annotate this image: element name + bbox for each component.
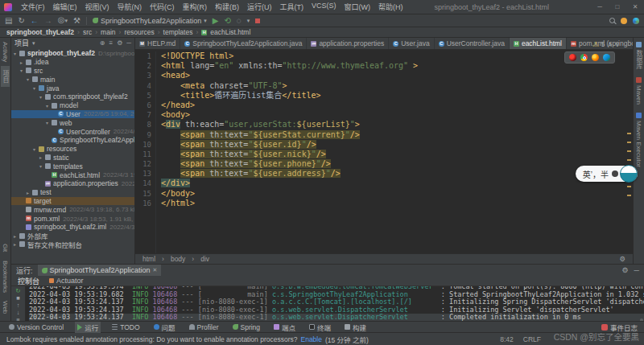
tree-arrow-icon[interactable]: ▾: [39, 94, 45, 100]
soft-wrap-icon[interactable]: ≡: [16, 316, 19, 321]
tree-item-main[interactable]: ▾main: [11, 75, 134, 84]
tree-item-application.properties[interactable]: ≔application.properties2022/4...: [11, 179, 134, 188]
tree-arrow-icon[interactable]: ▾: [27, 76, 32, 82]
tree-item-model[interactable]: ▾model: [11, 101, 134, 110]
tree-arrow-icon[interactable]: ▸: [39, 154, 45, 160]
tree-item-外部库[interactable]: ▸外部库: [11, 232, 134, 240]
tab-eachList.html[interactable]: HeachList.html: [510, 38, 567, 49]
tab-console[interactable]: 控制台: [18, 276, 39, 286]
stripe-item-Activity[interactable]: Activity: [2, 38, 9, 66]
tree-arrow-icon[interactable]: ▸: [14, 233, 19, 239]
wrench-icon[interactable]: ⚒: [73, 17, 80, 25]
breadcrumb-item-0[interactable]: springboot_thyLeaf2: [6, 28, 74, 36]
toolwindow-problems[interactable]: 问题: [151, 322, 178, 333]
tree-arrow-icon[interactable]: ▸: [20, 60, 26, 65]
toolwindow-build[interactable]: 构建: [342, 322, 369, 333]
toolwindow-terminal[interactable]: 终端: [307, 322, 333, 333]
tab-SpringbootThyLeaf2Application.java[interactable]: CSpringbootThyLeaf2Application.java: [180, 38, 307, 49]
tree-arrow-icon[interactable]: ▾: [39, 163, 45, 169]
stripe-item-Web[interactable]: Web: [2, 297, 9, 318]
editor-crumb-html[interactable]: html: [142, 255, 155, 263]
stop-icon[interactable]: ■: [16, 294, 20, 302]
stop-button[interactable]: [255, 18, 260, 23]
menu-item-11[interactable]: 帮助(H): [374, 2, 407, 12]
toolwindow-play[interactable]: 运行: [75, 322, 101, 333]
toolwindow-spring[interactable]: Spring: [230, 322, 263, 333]
tree-item-web[interactable]: ▾web: [11, 118, 134, 127]
caret-position[interactable]: 8:42: [500, 335, 514, 343]
ide-update-notification-icon[interactable]: [621, 18, 627, 24]
tree-arrow-icon[interactable]: ▾: [33, 85, 39, 91]
menu-item-1[interactable]: 编辑(E): [49, 2, 81, 12]
toolwindow-endpoints[interactable]: 端点: [271, 322, 298, 333]
settings-icon[interactable]: ⚙: [622, 266, 629, 274]
stripe-item-Bookmarks[interactable]: Bookmarks: [2, 257, 9, 297]
sogou-input-icon[interactable]: [620, 165, 638, 183]
code-content[interactable]: <!DOCTYPE html><html lang="en" xmlns:th=…: [156, 51, 633, 253]
run-tab[interactable]: SpringbootThyLeaf2Application ✕: [38, 265, 162, 276]
tree-arrow-icon[interactable]: ▸: [14, 241, 19, 247]
console-scrollbar[interactable]: [640, 318, 643, 321]
locate-file-icon[interactable]: ⊕: [100, 39, 105, 47]
run-options-chevron-icon[interactable]: ▾: [247, 18, 250, 24]
tree-item-eachList.html[interactable]: HeachList.html2022/4/3 19:5...: [11, 170, 134, 179]
code-with-me-icon[interactable]: [633, 18, 639, 24]
tree-arrow-icon[interactable]: ▾: [46, 120, 52, 125]
tree-item-SpringbootThyLeaf2Applic[interactable]: CSpringbootThyLeaf2Applic: [11, 136, 134, 145]
search-everywhere-icon[interactable]: [609, 18, 615, 23]
hide-panel-icon[interactable]: ─: [634, 266, 639, 274]
settings-icon[interactable]: ⚙: [619, 255, 625, 263]
settings-icon[interactable]: ⚙: [117, 39, 122, 47]
tree-arrow-icon[interactable]: ▾: [14, 51, 19, 56]
rerun-icon[interactable]: ↻: [15, 287, 20, 294]
tab-actuator[interactable]: Actuator: [49, 277, 84, 285]
forward-icon[interactable]: →: [44, 17, 52, 25]
tree-item-test[interactable]: ▸test: [11, 188, 134, 197]
tree-arrow-icon[interactable]: ▾: [20, 68, 26, 73]
tab-HELP.md[interactable]: MHELP.md: [135, 38, 180, 49]
editor-crumb-body[interactable]: body: [171, 255, 185, 263]
hide-panel-icon[interactable]: ─: [126, 39, 131, 47]
down-icon[interactable]: ↓: [17, 309, 20, 316]
tab-UserController.java[interactable]: CUserController.java: [435, 38, 510, 49]
tree-item-static[interactable]: ▸static: [11, 154, 134, 162]
tree-item-java[interactable]: ▾java: [11, 84, 134, 92]
menu-item-9[interactable]: VCS(S): [308, 2, 341, 12]
tree-item-springboot_thyLeaf2.iml[interactable]: springboot_thyLeaf2.iml2022/4/3 19:04: [11, 223, 134, 232]
breadcrumb-item-5[interactable]: eachList.html: [210, 28, 250, 36]
stripe-item-项目[interactable]: 项目: [1, 66, 10, 87]
prev-warning-icon[interactable]: ∧: [608, 40, 613, 48]
tab-application.properties[interactable]: ≔application.properties: [307, 38, 389, 49]
menu-item-0[interactable]: 文件(F): [17, 2, 49, 12]
opera-browser-icon[interactable]: [569, 54, 576, 61]
menu-item-2[interactable]: 视图(V): [81, 2, 114, 12]
stripe-item-database[interactable]: 数据库: [634, 38, 643, 73]
tree-arrow-icon[interactable]: ▾: [46, 103, 52, 109]
toolwindow-todo[interactable]: TODO: [109, 322, 142, 333]
editor-crumb-div[interactable]: div: [200, 255, 209, 263]
expand-all-icon[interactable]: ≡: [109, 39, 113, 47]
toolwindow-profiler[interactable]: Profiler: [187, 322, 221, 333]
enable-link[interactable]: Enable: [301, 335, 322, 343]
breadcrumb-item-2[interactable]: main: [101, 28, 115, 36]
back-icon[interactable]: ←: [31, 17, 39, 25]
stripe-item-Git[interactable]: Git: [2, 240, 9, 256]
code-area[interactable]: 12345678910111213141516 <!DOCTYPE html><…: [135, 50, 633, 253]
sync-icon[interactable]: ↻: [18, 17, 24, 25]
input-method-emoji-icon[interactable]: [612, 170, 618, 177]
close-button[interactable]: ✕: [626, 3, 644, 10]
stripe-item-maven-executor[interactable]: Maven Executor: [635, 109, 642, 171]
tree-item-springboot_thyLeaf2[interactable]: ▾springboot_thyLeaf2D:\springboot_thyLea…: [11, 49, 134, 58]
tree-item-pom.xml[interactable]: mpom.xml2022/4/3 18:53, 1.91 kB, 20 分钟之前: [11, 214, 134, 223]
menu-item-7[interactable]: 运行(U): [243, 2, 276, 12]
menu-item-4[interactable]: 代码(C): [146, 2, 179, 12]
tree-item-UserController[interactable]: CUserController2022/4/3 19:04: [11, 127, 134, 136]
coverage-button[interactable]: ◌: [237, 17, 242, 25]
breadcrumb-item-4[interactable]: templates: [163, 28, 193, 36]
menu-item-6[interactable]: 构建(B): [211, 2, 243, 12]
tree-item-mvnw.cmd[interactable]: mvnw.cmd2022/4/3 19:18, 6.73 kB: [11, 205, 134, 214]
minimize-button[interactable]: ─: [591, 3, 609, 10]
maximize-button[interactable]: □: [609, 3, 626, 10]
tree-item-resources[interactable]: ▾resources: [11, 145, 134, 154]
menu-item-3[interactable]: 导航(N): [114, 2, 147, 12]
